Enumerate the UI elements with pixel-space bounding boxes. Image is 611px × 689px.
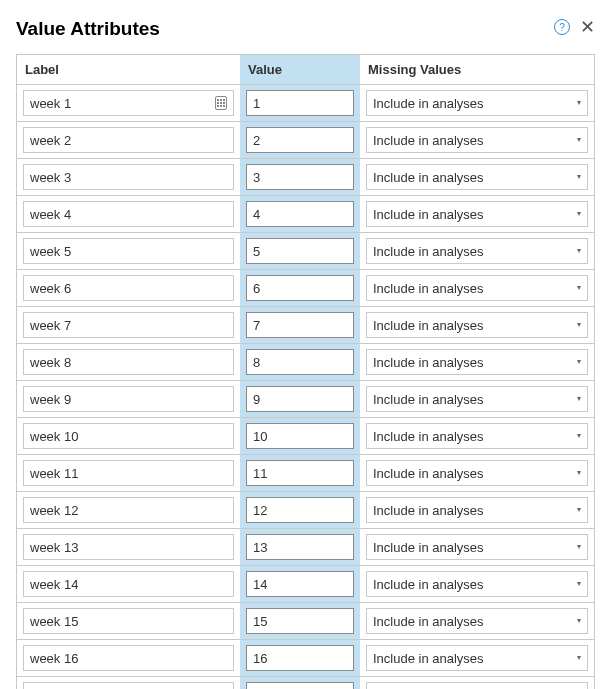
missing-select[interactable]: Include in analyses▾ <box>366 571 588 597</box>
value-input[interactable] <box>246 275 354 301</box>
missing-select[interactable]: Include in analyses▾ <box>366 497 588 523</box>
value-input[interactable] <box>246 90 354 116</box>
label-text: week 16 <box>30 651 78 666</box>
table-row: week 9Include in analyses▾ <box>17 381 594 418</box>
label-input[interactable]: week 3 <box>23 164 234 190</box>
missing-select[interactable]: Include in analyses▾ <box>366 90 588 116</box>
missing-select[interactable]: Include in analyses▾ <box>366 201 588 227</box>
missing-text: Include in analyses <box>373 651 484 666</box>
cell-value <box>240 307 360 344</box>
label-input[interactable]: week 14 <box>23 571 234 597</box>
missing-text: Include in analyses <box>373 614 484 629</box>
label-input[interactable]: week 2 <box>23 127 234 153</box>
missing-select[interactable]: Include in analyses▾ <box>366 423 588 449</box>
cell-label: week 1 <box>17 85 240 122</box>
chevron-down-icon: ▾ <box>577 654 581 662</box>
value-input[interactable] <box>246 238 354 264</box>
value-input[interactable] <box>246 534 354 560</box>
label-text: week 13 <box>30 540 78 555</box>
cell-missing: Include in analyses▾ <box>360 381 594 418</box>
label-input[interactable]: week 11 <box>23 460 234 486</box>
label-text: week 15 <box>30 614 78 629</box>
label-text: week 10 <box>30 429 78 444</box>
label-input[interactable]: week 5 <box>23 238 234 264</box>
cell-value <box>240 344 360 381</box>
value-input[interactable] <box>246 386 354 412</box>
value-input[interactable] <box>246 645 354 671</box>
chevron-down-icon: ▾ <box>577 173 581 181</box>
label-input[interactable]: week 6 <box>23 275 234 301</box>
value-attributes-table: Label Value Missing Values week 1Include… <box>16 54 595 689</box>
label-input[interactable]: week 1 <box>23 90 234 116</box>
missing-select[interactable]: Include in analyses▾ <box>366 312 588 338</box>
missing-select[interactable]: Include in analyses▾ <box>366 238 588 264</box>
missing-select[interactable]: Include in analyses▾ <box>366 460 588 486</box>
chevron-down-icon: ▾ <box>577 432 581 440</box>
keypad-icon[interactable] <box>215 96 227 110</box>
cell-label: week 9 <box>17 381 240 418</box>
label-text: week 2 <box>30 133 71 148</box>
label-input[interactable]: week 16 <box>23 645 234 671</box>
label-input[interactable]: week 9 <box>23 386 234 412</box>
missing-select[interactable]: Include in analyses▾ <box>366 386 588 412</box>
label-input[interactable]: week 7 <box>23 312 234 338</box>
missing-select[interactable]: Include in analyses▾ <box>366 645 588 671</box>
cell-label: week 16 <box>17 640 240 677</box>
label-text: week 11 <box>30 466 78 481</box>
missing-select[interactable]: Include in analyses▾ <box>366 534 588 560</box>
cell-value <box>240 455 360 492</box>
value-input[interactable] <box>246 460 354 486</box>
missing-select[interactable]: Include in analyses▾ <box>366 349 588 375</box>
label-text: week 3 <box>30 170 71 185</box>
missing-select[interactable]: Include in analyses▾ <box>366 164 588 190</box>
value-input[interactable] <box>246 164 354 190</box>
cell-value <box>240 270 360 307</box>
missing-text: Include in analyses <box>373 281 484 296</box>
cell-missing: Include in analyses▾ <box>360 307 594 344</box>
missing-text: Include in analyses <box>373 503 484 518</box>
close-icon[interactable]: ✕ <box>580 18 595 36</box>
chevron-down-icon: ▾ <box>577 321 581 329</box>
missing-text: Include in analyses <box>373 133 484 148</box>
label-input[interactable]: week 15 <box>23 608 234 634</box>
dialog-title: Value Attributes <box>16 18 160 40</box>
missing-select[interactable]: Include in analyses▾ <box>366 127 588 153</box>
label-text: week 1 <box>30 96 71 111</box>
missing-text: Include in analyses <box>373 577 484 592</box>
value-input[interactable] <box>246 349 354 375</box>
label-input[interactable]: week 13 <box>23 534 234 560</box>
missing-select[interactable]: Include in analyses▾ <box>366 608 588 634</box>
value-input[interactable] <box>246 423 354 449</box>
label-text: week 4 <box>30 207 71 222</box>
missing-text: Include in analyses <box>373 170 484 185</box>
value-input[interactable] <box>246 127 354 153</box>
cell-value <box>240 196 360 233</box>
cell-missing: Include in analyses▾ <box>360 344 594 381</box>
cell-label: week 7 <box>17 307 240 344</box>
missing-text: Include in analyses <box>373 207 484 222</box>
value-input[interactable] <box>246 201 354 227</box>
table-row: week 13Include in analyses▾ <box>17 529 594 566</box>
value-input[interactable] <box>246 682 354 689</box>
cell-missing: Include in analyses▾ <box>360 196 594 233</box>
cell-value <box>240 529 360 566</box>
label-input[interactable]: week 8 <box>23 349 234 375</box>
table-row: week 14Include in analyses▾ <box>17 566 594 603</box>
label-input[interactable]: week 10 <box>23 423 234 449</box>
chevron-down-icon: ▾ <box>577 284 581 292</box>
missing-select[interactable]: Include in analyses▾ <box>366 682 588 689</box>
help-icon[interactable]: ? <box>554 19 570 35</box>
label-input[interactable]: week 12 <box>23 497 234 523</box>
label-input[interactable]: week 17 <box>23 682 234 689</box>
label-input[interactable]: week 4 <box>23 201 234 227</box>
value-input[interactable] <box>246 608 354 634</box>
cell-label: week 17 <box>17 677 240 689</box>
value-input[interactable] <box>246 312 354 338</box>
cell-label: week 13 <box>17 529 240 566</box>
cell-missing: Include in analyses▾ <box>360 529 594 566</box>
value-input[interactable] <box>246 571 354 597</box>
chevron-down-icon: ▾ <box>577 469 581 477</box>
value-input[interactable] <box>246 497 354 523</box>
cell-label: week 2 <box>17 122 240 159</box>
missing-select[interactable]: Include in analyses▾ <box>366 275 588 301</box>
